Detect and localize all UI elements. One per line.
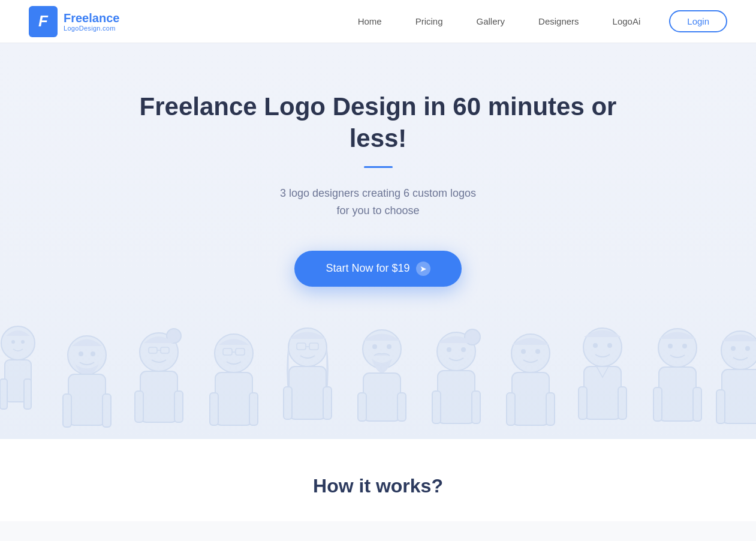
people-illustration <box>0 307 756 439</box>
svg-rect-19 <box>174 391 183 422</box>
svg-rect-55 <box>579 387 587 419</box>
svg-point-35 <box>372 344 377 349</box>
svg-rect-3 <box>24 379 31 409</box>
svg-point-43 <box>461 347 466 352</box>
how-title: How it works? <box>0 475 756 497</box>
svg-rect-52 <box>546 393 555 425</box>
svg-point-67 <box>745 346 750 351</box>
svg-rect-68 <box>722 369 756 423</box>
cta-button[interactable]: Start Now for $19 ➤ <box>294 251 461 287</box>
svg-rect-18 <box>135 391 143 422</box>
hero-subtitle: 3 logo designers creating 6 custom logos… <box>280 185 476 220</box>
svg-point-4 <box>11 340 15 344</box>
logo-brand-name: Freelance <box>64 11 119 25</box>
svg-point-42 <box>447 347 451 352</box>
svg-rect-63 <box>653 387 662 421</box>
svg-rect-9 <box>103 394 111 427</box>
logo-text: Freelance LogoDesign.com <box>64 11 119 32</box>
svg-rect-24 <box>215 372 252 425</box>
svg-rect-25 <box>210 393 218 425</box>
nav-gallery[interactable]: Gallery <box>477 16 505 26</box>
svg-point-66 <box>731 346 736 351</box>
nav-logoai[interactable]: LogoAi <box>613 16 641 26</box>
svg-point-58 <box>607 343 612 348</box>
svg-point-10 <box>79 351 83 356</box>
svg-rect-62 <box>659 367 696 421</box>
svg-point-49 <box>535 349 540 354</box>
svg-rect-51 <box>507 393 515 425</box>
arrow-icon: ➤ <box>416 262 430 276</box>
svg-rect-44 <box>438 371 475 423</box>
svg-rect-37 <box>363 373 400 421</box>
svg-rect-46 <box>472 391 480 423</box>
hero-section: Freelance Logo Design in 60 minutes or l… <box>0 43 756 439</box>
svg-rect-33 <box>323 387 332 419</box>
svg-point-5 <box>21 340 25 344</box>
nav-pricing[interactable]: Pricing <box>415 16 443 26</box>
svg-rect-38 <box>358 393 366 421</box>
svg-rect-64 <box>693 387 701 421</box>
svg-rect-8 <box>63 394 71 427</box>
svg-point-57 <box>593 343 598 348</box>
svg-rect-54 <box>584 366 621 419</box>
svg-rect-31 <box>289 366 326 419</box>
cta-label: Start Now for $19 <box>326 262 409 275</box>
svg-point-60 <box>668 344 673 348</box>
svg-rect-69 <box>716 390 725 423</box>
svg-rect-26 <box>249 393 258 425</box>
svg-point-11 <box>91 351 95 356</box>
svg-rect-32 <box>284 387 292 419</box>
svg-rect-2 <box>0 379 7 409</box>
nav-designers[interactable]: Designers <box>538 16 579 26</box>
logo-sub-text: LogoDesign.com <box>64 25 119 32</box>
hero-divider <box>364 166 393 168</box>
svg-rect-45 <box>432 391 441 423</box>
nav-home[interactable]: Home <box>358 16 382 26</box>
nav-links: Home Pricing Gallery Designers LogoAi <box>358 16 641 27</box>
logo-icon: F <box>29 6 58 37</box>
svg-rect-17 <box>140 371 177 422</box>
hero-title: Freelance Logo Design in 60 minutes or l… <box>109 91 648 154</box>
navbar: F Freelance LogoDesign.com Home Pricing … <box>0 0 756 43</box>
svg-point-36 <box>387 344 391 349</box>
svg-rect-7 <box>68 374 106 425</box>
svg-rect-39 <box>397 393 406 421</box>
svg-point-61 <box>682 344 687 348</box>
svg-rect-56 <box>618 387 627 419</box>
how-section: How it works? <box>0 439 756 521</box>
svg-point-48 <box>521 349 526 354</box>
logo-link[interactable]: F Freelance LogoDesign.com <box>29 6 119 37</box>
login-button[interactable]: Login <box>669 10 727 32</box>
svg-rect-50 <box>512 372 549 425</box>
people-svg <box>0 307 756 439</box>
